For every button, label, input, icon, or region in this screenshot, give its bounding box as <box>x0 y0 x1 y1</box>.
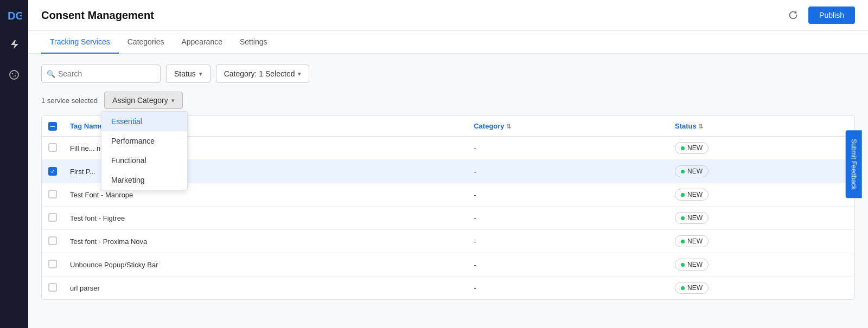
tag-name-col-label: Tag Name <box>70 122 103 130</box>
assign-category-chevron: ▾ <box>171 97 175 104</box>
status-filter-chevron: ▾ <box>199 70 202 78</box>
tab-appearance[interactable]: Appearance <box>173 31 231 54</box>
content-area: 🔍 Status ▾ Category: 1 Selected ▾ 1 serv… <box>28 54 868 328</box>
dropdown-item-essential[interactable]: Essential <box>101 112 187 131</box>
svg-point-5 <box>15 73 16 74</box>
status-badge: NEW <box>675 235 709 247</box>
row-tag-name: Test font - Figtree <box>63 207 467 230</box>
header-actions: Publish <box>784 7 855 24</box>
page-title: Consent Management <box>41 9 154 22</box>
status-filter-button[interactable]: Status ▾ <box>166 65 210 83</box>
row-checkbox[interactable] <box>48 143 57 152</box>
row-checkbox-cell[interactable] <box>42 230 63 253</box>
category-filter-label: Category: 1 Selected <box>224 69 295 78</box>
publish-button[interactable]: Publish <box>808 7 855 24</box>
status-badge: NEW <box>675 212 709 224</box>
row-category: - <box>467 160 668 183</box>
feedback-label: Submit Feedback <box>850 139 857 189</box>
row-checkbox[interactable] <box>48 236 57 245</box>
tab-categories[interactable]: Categories <box>119 31 173 54</box>
row-category: - <box>467 183 668 207</box>
row-checkbox-cell[interactable] <box>42 276 63 300</box>
status-dot <box>681 263 685 267</box>
table-header-status[interactable]: Status ⇅ <box>668 116 854 137</box>
dropdown-item-functional[interactable]: Functional <box>101 151 187 170</box>
row-status: NEW <box>668 160 854 183</box>
tabs-bar: Tracking Services Categories Appearance … <box>28 31 868 54</box>
svg-point-1 <box>10 70 18 79</box>
tab-tracking-services[interactable]: Tracking Services <box>41 31 119 54</box>
status-sort-icon[interactable]: ⇅ <box>698 123 703 130</box>
row-status: NEW <box>668 276 854 300</box>
sidebar-icon-bolt[interactable] <box>4 35 24 54</box>
dropdown-item-marketing[interactable]: Marketing <box>101 170 187 190</box>
category-col-label: Category <box>474 122 504 130</box>
svg-point-3 <box>15 75 16 76</box>
row-category: - <box>467 137 668 160</box>
row-checkbox[interactable] <box>48 283 57 292</box>
status-badge: NEW <box>675 282 709 294</box>
sidebar-icon-cookie[interactable] <box>4 65 24 85</box>
status-badge: NEW <box>675 259 709 271</box>
table-row: Unbounce Popup/Sticky Bar - NEW <box>42 253 854 276</box>
row-tag-name: Unbounce Popup/Sticky Bar <box>63 253 467 276</box>
category-filter-button[interactable]: Category: 1 Selected ▾ <box>216 65 310 83</box>
row-category: - <box>467 230 668 253</box>
category-filter-chevron: ▾ <box>298 70 301 78</box>
row-tag-name: url parser <box>63 276 467 300</box>
search-input[interactable] <box>41 65 161 83</box>
main-panel: Consent Management Publish Tracking Serv… <box>28 0 868 328</box>
row-category: - <box>467 276 668 300</box>
row-status: NEW <box>668 207 854 230</box>
assign-category-button[interactable]: Assign Category ▾ <box>104 92 183 109</box>
tab-settings[interactable]: Settings <box>231 31 276 54</box>
table-row: url parser - NEW <box>42 276 854 300</box>
row-checkbox[interactable] <box>48 167 57 176</box>
svg-text:DG: DG <box>8 10 22 22</box>
row-status: NEW <box>668 137 854 160</box>
row-checkbox-cell[interactable] <box>42 160 63 183</box>
row-checkbox-cell[interactable] <box>42 137 63 160</box>
table-row: Test font - Proxima Nova - NEW <box>42 230 854 253</box>
filters-row: 🔍 Status ▾ Category: 1 Selected ▾ <box>41 65 855 83</box>
row-checkbox[interactable] <box>48 213 57 222</box>
row-checkbox[interactable] <box>48 260 57 268</box>
sidebar: DG <box>0 0 28 328</box>
status-dot <box>681 286 685 290</box>
assign-category-dropdown: Essential Performance Functional Marketi… <box>101 111 188 190</box>
row-status: NEW <box>668 230 854 253</box>
app-logo: DG <box>5 7 23 24</box>
row-category: - <box>467 253 668 276</box>
row-checkbox-cell[interactable] <box>42 253 63 276</box>
row-checkbox[interactable] <box>48 190 57 198</box>
selection-bar: 1 service selected Assign Category ▾ Ess… <box>41 92 855 109</box>
row-category: - <box>467 207 668 230</box>
svg-point-2 <box>12 73 13 74</box>
row-checkbox-cell[interactable] <box>42 183 63 207</box>
refresh-button[interactable] <box>784 7 802 24</box>
search-icon: 🔍 <box>47 70 55 78</box>
status-dot <box>681 170 685 173</box>
dropdown-item-performance[interactable]: Performance <box>101 131 187 151</box>
status-dot <box>681 240 685 243</box>
row-status: NEW <box>668 183 854 207</box>
table-header-category[interactable]: Category ⇅ <box>467 116 668 137</box>
table-header-checkbox[interactable] <box>42 116 63 137</box>
status-filter-label: Status <box>174 69 196 78</box>
row-checkbox-cell[interactable] <box>42 207 63 230</box>
search-wrap: 🔍 <box>41 65 161 83</box>
svg-point-4 <box>13 76 14 77</box>
status-badge: NEW <box>675 189 709 201</box>
status-badge: NEW <box>675 142 709 154</box>
row-status: NEW <box>668 253 854 276</box>
select-all-checkbox[interactable] <box>48 122 57 131</box>
assign-category-label: Assign Category <box>112 96 168 105</box>
header: Consent Management Publish <box>28 0 868 31</box>
status-dot <box>681 216 685 220</box>
row-tag-name: Test font - Proxima Nova <box>63 230 467 253</box>
feedback-tab[interactable]: Submit Feedback <box>845 130 861 198</box>
category-sort-icon[interactable]: ⇅ <box>506 123 511 130</box>
status-dot <box>681 146 685 150</box>
selection-count: 1 service selected <box>41 97 98 105</box>
status-dot <box>681 193 685 197</box>
